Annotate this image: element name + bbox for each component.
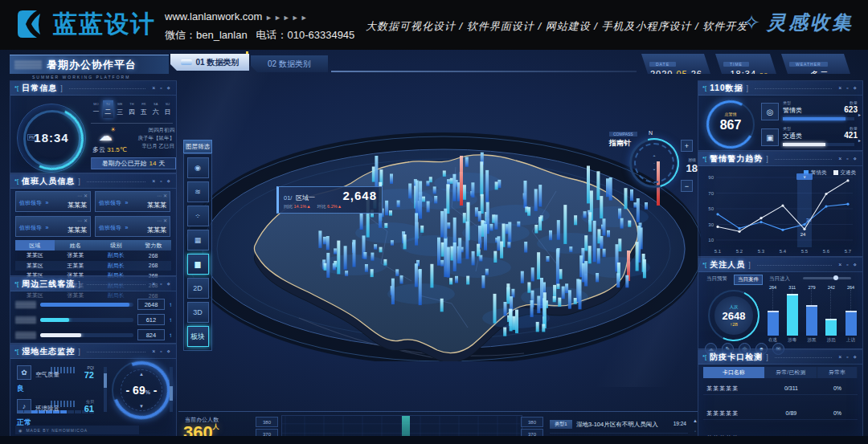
panel-duty-personnel: *[ 值班人员信息 ] × ▫ ⋄ 值班领导 » ⋯ ✕ 某某某 值班领导 » … <box>10 173 177 276</box>
panel-window-icons[interactable]: × ▫ ⋄ <box>838 156 858 162</box>
checkpoint-rows: 某某某某某 0/311 0% 某某某某某 0/89 0% 某某某某某 0/89 … <box>698 382 862 444</box>
table-header: 区域 姓名 级别 警力数 <box>15 240 171 251</box>
filter-button[interactable]: ◉ <box>187 157 209 178</box>
zoom-in-button[interactable]: + <box>681 140 693 152</box>
panel-window-icons[interactable]: × ▫ ⋄ <box>152 85 172 92</box>
focus-tabs: 当日预警当日案件当日进入 <box>703 275 793 285</box>
weekday-cell[interactable]: TU 二 <box>103 100 113 118</box>
panel-title: 周边三线客流 <box>22 279 75 290</box>
svg-text:50: 50 <box>708 206 714 211</box>
checkpoint-row: 某某某某某 0/89 0% <box>703 407 858 420</box>
panel-title: 关注人员 <box>710 259 745 271</box>
scroll-track[interactable] <box>104 367 107 412</box>
panel-mark: *[ <box>702 155 706 162</box>
filter-icon: ▆ <box>195 260 201 268</box>
filter-button[interactable]: 3D <box>187 302 209 323</box>
panel-bracket: ] <box>766 155 768 163</box>
duty-leader-card[interactable]: 值班领导 » ⋯ ✕ 某某某 <box>95 191 170 212</box>
tab-data-category-1[interactable]: 01 数据类别 <box>170 54 249 71</box>
more-icon[interactable]: ⋯ ✕ <box>157 218 167 223</box>
compass-ring[interactable]: ⌃·⌄ <box>629 138 679 188</box>
dotted-meter <box>51 367 75 373</box>
flow-value: 824 <box>137 329 165 340</box>
platform-title: 暑期办公协作平台 <box>47 58 137 72</box>
panel-window-icons[interactable]: × ▫ ⋄ <box>152 281 172 287</box>
caret-up-icon[interactable]: ▲ <box>139 372 144 377</box>
panel-window-icons[interactable]: × ▫ ⋄ <box>152 348 172 355</box>
svg-text:10: 10 <box>708 238 714 242</box>
scroll-track[interactable] <box>170 367 173 412</box>
zoom-out-button[interactable]: − <box>681 180 693 192</box>
panel-window-icons[interactable]: × ▫ ⋄ <box>838 262 858 268</box>
header-rate[interactable]: 异常率 <box>817 367 858 378</box>
panel-110-data: *[ 110数据 ] × ▫ ⋄ 总警情 867 ◎ 类型 警情类 数量 623… <box>698 80 863 151</box>
panel-window-icons[interactable]: × ▫ ⋄ <box>838 354 858 360</box>
clock-widget: PM 18:34 <box>17 104 86 173</box>
panel-window-icons[interactable]: × ▫ ⋄ <box>838 85 858 92</box>
more-icon[interactable]: ⋯ ✕ <box>77 218 88 223</box>
filter-button[interactable]: ▆ <box>187 254 209 275</box>
website-link[interactable]: www.lanlanwork.com <box>165 10 262 22</box>
weekday-cell[interactable]: TH 四 <box>126 100 137 118</box>
svg-text:30: 30 <box>806 218 812 222</box>
flow-bar-fill <box>40 303 129 307</box>
dot-icon: ◦ <box>694 429 696 434</box>
filter-button[interactable]: 2D <box>187 278 209 299</box>
alert-item[interactable]: 类型1 湿地3-104片区有不明人员闯入 19:24 <box>550 417 688 434</box>
divider-line <box>331 71 637 72</box>
header-checkpoint-name[interactable]: 卡口名称 <box>703 367 765 378</box>
weekday-cell[interactable]: WE 三 <box>115 100 125 118</box>
divider <box>91 123 173 124</box>
checkpoint-header: 卡口名称 异常/已检测 异常率 <box>703 367 858 378</box>
flow-bar-track <box>40 318 133 322</box>
alarm-type-row: ◎ 类型 警情类 数量 623 ▸ <box>761 100 858 126</box>
panel-title: 警情警力趋势 <box>710 153 763 165</box>
services-list: 大数据可视化设计 / 软件界面设计 / 网站建设 / 手机及小程序设计 / 软件… <box>366 19 747 34</box>
tab-data-category-2[interactable]: 02 数据类别 <box>251 55 328 72</box>
arrow-up-icon[interactable]: ▲ <box>693 418 698 423</box>
duty-leader-card[interactable]: 值班领导 » ⋯ ✕ 某某某 <box>15 191 91 212</box>
range-slider[interactable] <box>803 277 851 279</box>
more-icon[interactable]: ⋯ ✕ <box>77 193 88 198</box>
zoom-level-value: 18 <box>686 162 698 174</box>
focus-tab[interactable]: 当日案件 <box>734 275 763 285</box>
focus-tab[interactable]: 当日进入 <box>766 275 793 285</box>
leaf-icon: ✿ <box>17 365 31 380</box>
bar-track <box>783 143 854 146</box>
dotted-leader <box>775 356 832 358</box>
focus-count-gauge: 人次 2648 ↑28 <box>708 290 760 341</box>
weekday-cell[interactable]: SA 六 <box>150 100 161 118</box>
filter-button[interactable]: ⁘ <box>187 206 209 226</box>
filter-icon: ◉ <box>194 164 201 172</box>
weekday-cell[interactable]: FR 五 <box>138 100 149 118</box>
panel-mark: *[ <box>702 261 706 268</box>
header-detected[interactable]: 异常/已检测 <box>765 367 817 378</box>
more-icon[interactable]: ⋯ ✕ <box>157 193 167 198</box>
svg-text:30: 30 <box>708 222 714 227</box>
alert-time: 19:24 <box>674 421 686 426</box>
alarm-type-row: ▣ 类型 交通类 数量 421 ▸ <box>761 126 858 152</box>
weekday-cell[interactable]: SU 日 <box>162 100 173 118</box>
arrows-decoration: ►►►►► <box>265 14 309 22</box>
panel-title: 110数据 <box>710 83 743 94</box>
summer-banner: 暑期办公已开始14天 <box>91 157 176 169</box>
city-3d-map[interactable] <box>178 79 701 361</box>
inspiration-collect[interactable]: ✧ 灵感收集 <box>743 10 854 35</box>
svg-text:5.3: 5.3 <box>758 249 765 254</box>
tick-icon: ↿ <box>169 317 173 323</box>
panel-window-icons[interactable]: × ▫ ⋄ <box>152 178 172 185</box>
duty-leader-card[interactable]: 值班领导 » ⋯ ✕ 某某某 <box>15 216 91 237</box>
filter-button[interactable]: 板块 <box>187 326 209 347</box>
inspiration-label: 灵感收集 <box>767 10 854 35</box>
duty-leader-card[interactable]: 值班领导 » ⋯ ✕ 某某某 <box>95 216 170 237</box>
filter-button[interactable]: ▦ <box>187 230 209 251</box>
weekday-cell[interactable]: MO 一 <box>91 100 101 118</box>
filter-button[interactable]: ≋ <box>187 181 209 202</box>
focus-tab[interactable]: 当日预警 <box>703 275 731 285</box>
flow-bar-row: 2648 ↿ <box>15 298 173 311</box>
panel-passenger-flow: *[ 周边三线客流 ] × ▫ ⋄ 2648 ↿ 612 ↿ 824 ↿ <box>10 276 177 344</box>
person-name: 某某某 <box>68 201 87 210</box>
star-icon: ✧ <box>743 10 760 35</box>
caret-down-icon[interactable]: ▼ <box>139 404 144 409</box>
panel-mark: *[ <box>702 84 706 92</box>
